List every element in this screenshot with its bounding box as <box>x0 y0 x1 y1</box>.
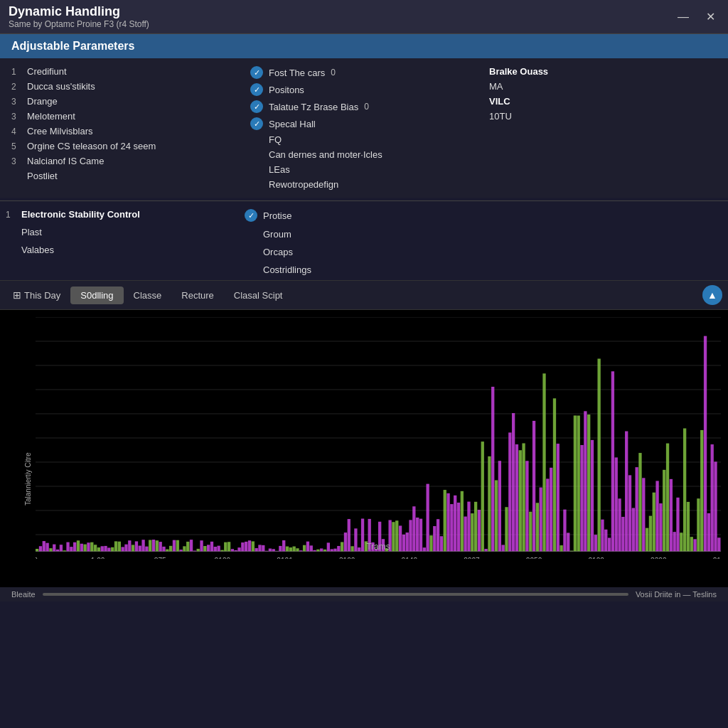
svg-rect-80 <box>272 549 275 551</box>
param-row-checked: Positons <box>250 81 478 98</box>
svg-rect-28 <box>94 545 97 551</box>
svg-rect-192 <box>655 481 658 551</box>
esc-title-row: 1 Electronic Stability Control <box>6 207 245 222</box>
svg-rect-180 <box>615 457 618 551</box>
svg-rect-23 <box>77 540 80 551</box>
esc-col2-item: Orcaps <box>245 245 483 259</box>
checkbox-icon[interactable] <box>250 83 263 96</box>
svg-text:3100: 3100 <box>339 557 355 559</box>
param-row-val: Bralke Ouass <box>489 64 717 79</box>
slider-bar[interactable] <box>43 593 628 596</box>
svg-rect-172 <box>587 414 590 551</box>
param-value: 0 <box>331 68 345 77</box>
params-col1: 1 Credifiunt 2 Ducca sus'stikits 3 Drang… <box>6 61 245 195</box>
svg-rect-121 <box>412 506 415 551</box>
svg-rect-36 <box>122 547 124 551</box>
checkbox-icon[interactable] <box>245 209 257 222</box>
param-row: 2 Ducca sus'stikits <box>11 79 239 94</box>
svg-rect-14 <box>46 543 48 552</box>
svg-text:1:00: 1:00 <box>91 557 105 559</box>
param-num: 4 <box>11 127 21 136</box>
param-label: Can dernes and moter·Icles <box>269 149 382 160</box>
bottom-bar: Bleaite Vosii Driite in — Teslins <box>0 587 728 601</box>
svg-rect-129 <box>440 536 443 551</box>
esc-col2-item: Costridlings <box>245 262 483 277</box>
tab-this-day[interactable]: ⊞ This Day <box>6 286 68 304</box>
section-header: Adjustable Parameters <box>0 34 728 58</box>
tab-up-button[interactable]: ▲ <box>702 285 722 305</box>
esc-check-label: Protise <box>263 210 291 221</box>
param-row-checked: FQ <box>250 132 478 147</box>
svg-text:2100: 2100 <box>215 557 231 559</box>
svg-rect-209 <box>714 461 717 551</box>
minimize-button[interactable]: — <box>673 9 693 25</box>
svg-rect-119 <box>406 532 409 551</box>
param-label: Valabes <box>21 245 54 255</box>
param-label: VILC <box>489 96 510 107</box>
svg-rect-58 <box>197 549 200 551</box>
svg-rect-160 <box>546 478 549 551</box>
svg-rect-57 <box>193 551 196 552</box>
svg-rect-147 <box>502 545 505 551</box>
tab-button-1[interactable]: Classe <box>124 287 172 304</box>
svg-rect-99 <box>337 546 340 551</box>
svg-rect-200 <box>683 429 686 552</box>
param-row-checked: Fost The cars0 <box>250 64 478 81</box>
tab-button-2[interactable]: Recture <box>171 287 224 304</box>
svg-rect-73 <box>248 540 251 551</box>
param-label: Ducca sus'stikits <box>27 81 95 92</box>
svg-rect-183 <box>625 432 628 552</box>
svg-rect-98 <box>333 549 336 552</box>
svg-rect-32 <box>107 547 110 551</box>
tab-this-day-label: This Day <box>24 290 60 301</box>
close-button[interactable]: ✕ <box>702 9 719 25</box>
svg-rect-77 <box>262 545 264 552</box>
params-col2: Fost The cars0PositonsTalatue Tz Brase B… <box>245 61 483 195</box>
svg-rect-97 <box>331 549 333 551</box>
svg-rect-127 <box>433 526 436 551</box>
svg-rect-11 <box>36 549 38 551</box>
svg-rect-137 <box>467 502 470 552</box>
svg-rect-92 <box>313 550 316 552</box>
svg-rect-208 <box>711 444 714 551</box>
params-col3: Bralke OuassMAVILC10TU <box>483 61 722 195</box>
param-label: Costridlings <box>263 264 311 275</box>
svg-rect-103 <box>350 546 353 551</box>
param-label: Melotement <box>27 111 75 122</box>
param-num: 3 <box>11 97 21 107</box>
checkbox-icon[interactable] <box>250 117 263 130</box>
svg-rect-30 <box>101 546 104 551</box>
svg-rect-167 <box>570 551 573 552</box>
svg-rect-179 <box>611 371 614 551</box>
svg-rect-190 <box>649 516 652 552</box>
svg-rect-158 <box>540 488 542 552</box>
svg-rect-33 <box>111 547 114 552</box>
esc-col1-item: Valabes <box>6 242 245 257</box>
svg-rect-146 <box>498 461 501 551</box>
svg-rect-68 <box>231 549 234 551</box>
param-label: LEas <box>269 164 290 175</box>
svg-text:2100: 2100 <box>588 557 604 559</box>
svg-rect-122 <box>416 518 419 551</box>
param-label: Orgine CS teleason of 24 seem <box>27 141 156 151</box>
svg-rect-204 <box>697 498 700 551</box>
svg-rect-126 <box>429 535 432 551</box>
param-row-val: MA <box>489 79 717 94</box>
svg-rect-46 <box>156 540 159 551</box>
tab-button-3[interactable]: Clasal Scipt <box>224 287 293 304</box>
svg-rect-188 <box>642 478 645 551</box>
esc-section: 1 Electronic Stability Control PlastVala… <box>0 200 728 280</box>
params-area: 1 Credifiunt 2 Ducca sus'stikits 3 Drang… <box>0 58 728 198</box>
svg-rect-128 <box>437 519 439 551</box>
svg-rect-59 <box>200 540 203 551</box>
svg-rect-84 <box>286 547 289 552</box>
svg-rect-47 <box>159 542 162 551</box>
checkbox-icon[interactable] <box>250 100 263 113</box>
svg-rect-31 <box>104 546 107 551</box>
tab-button-0[interactable]: S0dlling <box>70 287 123 304</box>
checkbox-icon[interactable] <box>250 66 263 79</box>
chart-area: Talanniertiy Citre 01:008752100210131002… <box>0 310 728 587</box>
esc-col2-item: Groum <box>245 227 483 242</box>
svg-rect-203 <box>693 539 696 551</box>
param-row: 3 Drange <box>11 94 239 109</box>
